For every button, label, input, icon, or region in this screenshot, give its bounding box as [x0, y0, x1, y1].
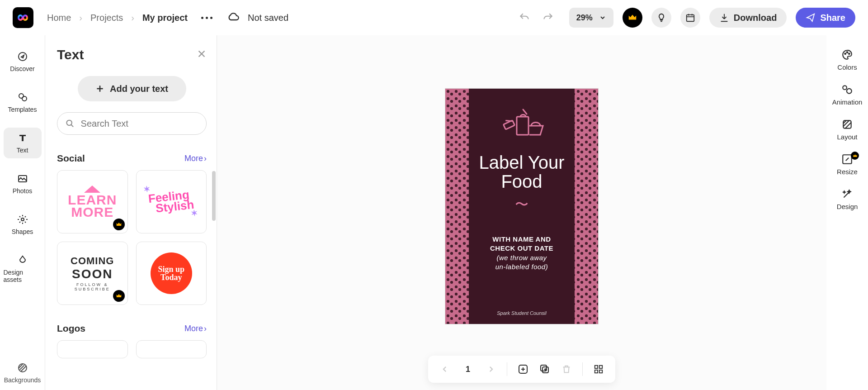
chevron-right-icon: [487, 365, 495, 373]
search-text[interactable]: [57, 112, 207, 135]
svg-rect-8: [517, 117, 528, 135]
tips-button[interactable]: [651, 8, 671, 28]
schedule-button[interactable]: [680, 8, 700, 28]
rail-templates[interactable]: Templates: [4, 87, 42, 118]
rail-discover[interactable]: Discover: [4, 46, 42, 77]
breadcrumb: Home › Projects › My project: [47, 13, 188, 23]
svg-point-21: [847, 89, 852, 94]
svg-rect-0: [687, 15, 694, 22]
artboard-title: Label Your Food: [479, 153, 564, 191]
drop-icon: [17, 254, 28, 266]
next-page-button[interactable]: [483, 361, 499, 377]
rrail-design[interactable]: Design: [829, 188, 865, 210]
template-sign-up-today[interactable]: Sign up Today: [136, 242, 207, 305]
history-controls: [519, 12, 554, 24]
rail-backgrounds[interactable]: Backgrounds: [4, 357, 42, 388]
app-logo[interactable]: [13, 7, 33, 28]
add-page-button[interactable]: [515, 361, 531, 377]
section-social-more[interactable]: More›: [184, 154, 207, 163]
zoom-value: 29%: [576, 13, 593, 23]
image-icon: [17, 173, 28, 185]
template-coming-soon[interactable]: COMING SOON FOLLOW & SUBSCRIBE: [57, 242, 128, 305]
download-icon: [719, 13, 729, 23]
svg-point-19: [849, 53, 850, 55]
palette-icon: [841, 49, 853, 61]
crown-icon: [853, 153, 858, 158]
rrail-colors[interactable]: Colors: [829, 49, 865, 71]
rrail-animation[interactable]: Animation: [829, 84, 865, 106]
plus-icon: [95, 84, 104, 93]
rrail-layout[interactable]: Layout: [829, 119, 865, 141]
template-learn-more[interactable]: LEARN MORE: [57, 170, 128, 233]
delete-page-button[interactable]: [559, 361, 574, 377]
text-icon: [17, 132, 28, 144]
share-button[interactable]: Share: [796, 8, 855, 28]
breadcrumb-current[interactable]: My project: [142, 13, 188, 23]
add-text-button[interactable]: Add your text: [78, 76, 186, 101]
lightbulb-icon: [656, 13, 666, 23]
wand-icon: [841, 188, 853, 200]
template-logo-1[interactable]: [57, 340, 128, 358]
svg-rect-9: [503, 120, 514, 129]
templates-icon: [17, 91, 28, 103]
chevron-right-icon: ›: [204, 154, 207, 163]
grid-view-button[interactable]: [591, 361, 606, 377]
prev-page-button[interactable]: [437, 361, 453, 377]
breadcrumb-projects[interactable]: Projects: [90, 13, 123, 23]
more-menu-button[interactable]: [201, 17, 212, 19]
undo-button[interactable]: [519, 12, 530, 24]
grid-icon: [594, 364, 604, 374]
breadcrumb-home[interactable]: Home: [47, 13, 71, 23]
crown-icon: [116, 221, 122, 228]
close-panel-button[interactable]: [197, 49, 207, 61]
premium-badge: [851, 152, 859, 160]
rrail-label: Layout: [837, 133, 857, 141]
premium-badge: [113, 219, 125, 230]
rail-design-assets[interactable]: Design assets: [4, 250, 42, 288]
search-input[interactable]: [80, 118, 198, 129]
rail-photos[interactable]: Photos: [4, 168, 42, 199]
premium-button[interactable]: [623, 8, 642, 28]
add-text-label: Add your text: [110, 84, 168, 94]
template-logo-2[interactable]: [136, 340, 207, 358]
rail-label: Templates: [8, 106, 37, 113]
animation-icon: [841, 84, 853, 95]
svg-point-3: [22, 96, 27, 101]
close-icon: [197, 49, 207, 59]
duplicate-page-button[interactable]: [537, 361, 552, 377]
artboard-subtitle: WITH NAME AND CHECK OUT DATE (we throw a…: [490, 235, 553, 271]
section-logos-more[interactable]: More›: [184, 324, 207, 333]
compass-icon: [17, 51, 28, 62]
infinity-icon: [16, 11, 30, 24]
panel-title: Text: [57, 47, 84, 62]
plus-square-icon: [518, 364, 528, 375]
svg-point-17: [844, 53, 846, 55]
zoom-dropdown[interactable]: 29%: [569, 8, 613, 28]
rail-shapes[interactable]: Shapes: [4, 209, 42, 240]
panel-scrollbar[interactable]: [212, 171, 216, 221]
rail-label: Text: [17, 147, 28, 154]
save-status: Not saved: [248, 13, 288, 23]
artboard-footer: Spark Student Counsil: [497, 310, 546, 316]
food-icon: [497, 107, 547, 140]
svg-point-6: [19, 364, 27, 372]
premium-badge: [113, 290, 125, 302]
section-logos-title: Logos: [57, 323, 85, 334]
page-number: 1: [459, 365, 477, 374]
hatch-icon: [841, 119, 853, 130]
template-feeling-stylish[interactable]: Feeling Stylish: [136, 170, 207, 233]
svg-rect-13: [595, 366, 598, 368]
rail-text[interactable]: Text: [4, 128, 42, 158]
download-button[interactable]: Download: [709, 8, 787, 28]
rail-label: Backgrounds: [4, 376, 41, 384]
top-bar: Home › Projects › My project Not saved 2…: [0, 0, 868, 35]
crown-icon: [627, 13, 637, 23]
redo-button[interactable]: [542, 12, 554, 24]
section-social-title: Social: [57, 153, 85, 164]
text-panel: Text Add your text Social More› LEARN MO…: [45, 35, 217, 390]
rrail-resize[interactable]: Resize: [829, 153, 865, 176]
artboard[interactable]: Label Your Food 〜 WITH NAME AND CHECK OU…: [445, 89, 598, 324]
cloud-icon: [227, 10, 240, 25]
app-body: Discover Templates Text Photos Shapes De…: [0, 35, 868, 390]
page-toolbar: 1: [428, 356, 615, 383]
